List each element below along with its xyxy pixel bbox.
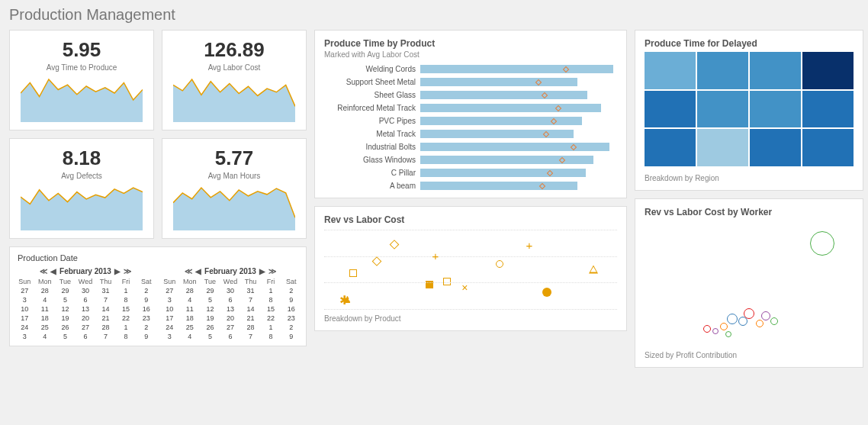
calendar-day[interactable]: 5 <box>200 295 220 304</box>
kpi-man-hours[interactable]: 5.77 Avg Man Hours <box>162 138 307 239</box>
produce-delayed-card[interactable]: Produce Time for Delayed Breakdown by Re… <box>635 30 863 191</box>
calendar-day[interactable]: 24 <box>159 323 180 332</box>
calendar-day[interactable]: 15 <box>116 304 137 314</box>
bar-row[interactable]: Metal Track <box>324 130 617 138</box>
calendar-day[interactable]: 3 <box>159 332 180 341</box>
calendar-day[interactable]: 6 <box>220 332 241 341</box>
calendar-day[interactable]: 22 <box>261 314 281 323</box>
bubble-point[interactable] <box>810 231 834 256</box>
calendar-day[interactable]: 8 <box>261 295 281 304</box>
calendar-day[interactable]: 22 <box>116 314 137 323</box>
heatmap-cell[interactable] <box>697 91 748 128</box>
scatter-point[interactable]: + <box>432 253 439 262</box>
calendar-day[interactable]: 1 <box>261 323 281 332</box>
next-icon[interactable]: ▶ <box>114 267 121 275</box>
scatter-point[interactable]: ♟ <box>343 295 352 304</box>
calendar-day[interactable]: 28 <box>180 286 201 295</box>
bubble-point[interactable] <box>744 308 754 319</box>
calendar-day[interactable]: 19 <box>200 314 220 323</box>
prev-icon[interactable]: ◀ <box>195 267 201 275</box>
bar-row[interactable]: PVC Pipes <box>324 117 617 125</box>
calendar-day[interactable]: 13 <box>220 304 241 314</box>
calendar-day[interactable]: 29 <box>55 286 76 295</box>
calendar-day[interactable]: 26 <box>200 323 220 332</box>
calendar-day[interactable]: 6 <box>76 295 96 304</box>
calendar-day[interactable]: 21 <box>95 314 116 323</box>
calendar-right[interactable]: ≪ ◀ February 2013 ▶ ≫ SunMonTueWedThuFri… <box>159 267 301 341</box>
scatter-point[interactable] <box>391 240 398 250</box>
bubble-point[interactable] <box>756 320 764 327</box>
heatmap-cell[interactable] <box>645 52 696 89</box>
kpi-time-to-produce[interactable]: 5.95 Avg Time to Produce <box>9 30 154 130</box>
bar-row[interactable]: Sheet Glass <box>324 91 617 99</box>
bar-row[interactable]: Industrial Bolts <box>324 143 617 151</box>
calendar-day[interactable]: 2 <box>136 323 156 332</box>
calendar-day[interactable]: 18 <box>180 314 201 323</box>
calendar-day[interactable]: 7 <box>95 332 116 341</box>
calendar-day[interactable]: 27 <box>159 286 180 295</box>
calendar-day[interactable]: 18 <box>35 314 56 323</box>
calendar-day[interactable]: 10 <box>14 304 35 314</box>
calendar-day[interactable]: 29 <box>200 286 220 295</box>
next-icon[interactable]: ▶ <box>259 267 265 275</box>
bubble-point[interactable] <box>720 323 728 330</box>
kpi-defects[interactable]: 8.18 Avg Defects <box>9 138 154 239</box>
scatter-point[interactable] <box>443 278 451 287</box>
calendar-day[interactable]: 6 <box>220 295 241 304</box>
bubble-point[interactable] <box>761 311 770 320</box>
calendar-day[interactable]: 26 <box>55 323 76 332</box>
heatmap-cell[interactable] <box>802 129 854 166</box>
calendar-day[interactable]: 30 <box>76 286 96 295</box>
scatter-point[interactable] <box>349 269 357 279</box>
rev-vs-labor-worker-card[interactable]: Rev vs Labor Cost by Worker Sized by Pro… <box>635 198 863 368</box>
calendar-day[interactable]: 25 <box>180 323 201 332</box>
calendar-day[interactable]: 31 <box>240 286 261 295</box>
calendar-day[interactable]: 27 <box>14 286 35 295</box>
last-page-icon[interactable]: ≫ <box>124 267 131 275</box>
heatmap-cell[interactable] <box>697 52 748 89</box>
calendar-day[interactable]: 8 <box>116 332 137 341</box>
calendar-day[interactable]: 23 <box>136 314 156 323</box>
bar-row[interactable]: A beam <box>324 182 617 190</box>
calendar-day[interactable]: 7 <box>95 295 116 304</box>
calendar-day[interactable]: 11 <box>180 304 201 314</box>
last-page-icon[interactable]: ≫ <box>268 267 276 275</box>
calendar-day[interactable]: 3 <box>14 295 35 304</box>
calendar-day[interactable]: 31 <box>95 286 116 295</box>
calendar-day[interactable]: 8 <box>116 295 137 304</box>
calendar-day[interactable]: 2 <box>281 286 301 295</box>
calendar-day[interactable]: 20 <box>220 314 241 323</box>
calendar-day[interactable]: 20 <box>76 314 96 323</box>
scatter-point[interactable] <box>426 281 433 290</box>
calendar-day[interactable]: 1 <box>116 323 137 332</box>
calendar-day[interactable]: 30 <box>220 286 241 295</box>
calendar-day[interactable]: 25 <box>35 323 56 332</box>
calendar-day[interactable]: 12 <box>200 304 220 314</box>
calendar-day[interactable]: 16 <box>136 304 156 314</box>
calendar-day[interactable]: 11 <box>35 304 56 314</box>
heatmap-cell[interactable] <box>645 129 696 166</box>
calendar-day[interactable]: 28 <box>240 323 261 332</box>
heatmap-cell[interactable] <box>802 91 854 128</box>
scatter-point[interactable] <box>496 260 503 269</box>
calendar-day[interactable]: 10 <box>159 304 180 314</box>
bubble-point[interactable] <box>727 314 738 324</box>
calendar-day[interactable]: 9 <box>136 295 156 304</box>
calendar-day[interactable]: 14 <box>240 304 261 314</box>
calendar-day[interactable]: 13 <box>76 304 96 314</box>
bar-row[interactable]: Welding Cords <box>324 65 617 73</box>
calendar-day[interactable]: 7 <box>240 332 261 341</box>
heatmap-cell[interactable] <box>750 52 801 89</box>
scatter-point[interactable] <box>374 257 381 266</box>
calendar-day[interactable]: 15 <box>261 304 281 314</box>
bar-row[interactable]: Glass Windows <box>324 156 617 164</box>
calendar-day[interactable]: 19 <box>55 314 76 323</box>
calendar-day[interactable]: 1 <box>116 286 137 295</box>
bar-row[interactable]: Support Sheet Metal <box>324 78 617 86</box>
calendar-day[interactable]: 28 <box>95 323 116 332</box>
scatter-point[interactable]: × <box>461 284 468 293</box>
bar-row[interactable]: C Pillar <box>324 169 617 177</box>
heatmap-cell[interactable] <box>750 129 801 166</box>
calendar-day[interactable]: 9 <box>281 332 301 341</box>
calendar-day[interactable]: 14 <box>95 304 116 314</box>
